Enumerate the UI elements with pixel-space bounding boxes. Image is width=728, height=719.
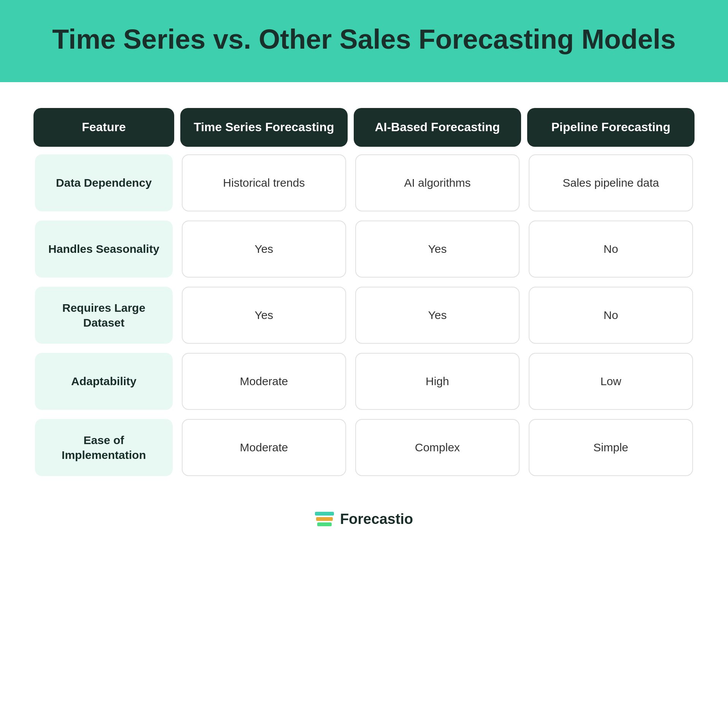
page-title: Time Series vs. Other Sales Forecasting … bbox=[30, 23, 698, 56]
data-cell-pipeline-1: No bbox=[529, 221, 693, 278]
logo-bar-mid bbox=[316, 517, 333, 521]
data-cell-timeseries-3: Moderate bbox=[182, 353, 346, 410]
data-cell-ai-1: Yes bbox=[355, 221, 520, 278]
feature-cell-2: Requires Large Dataset bbox=[35, 287, 173, 344]
logo-icon bbox=[315, 512, 334, 526]
col-header-ai: AI-Based Forecasting bbox=[354, 108, 521, 147]
data-cell-pipeline-0: Sales pipeline data bbox=[529, 154, 693, 211]
table-row: AdaptabilityModerateHighLow bbox=[30, 348, 698, 414]
logo-bar-top bbox=[315, 512, 334, 516]
footer-section: Forecastio bbox=[0, 496, 728, 550]
logo-text: Forecastio bbox=[340, 511, 413, 527]
col-header-feature: Feature bbox=[33, 108, 174, 147]
data-cell-ai-2: Yes bbox=[355, 287, 520, 344]
col-header-timeseries: Time Series Forecasting bbox=[180, 108, 348, 147]
table-row: Requires Large DatasetYesYesNo bbox=[30, 282, 698, 348]
header-section: Time Series vs. Other Sales Forecasting … bbox=[0, 0, 728, 82]
data-cell-pipeline-3: Low bbox=[529, 353, 693, 410]
data-cell-timeseries-4: Moderate bbox=[182, 419, 346, 476]
logo-bar-bot bbox=[317, 522, 332, 526]
feature-cell-1: Handles Seasonality bbox=[35, 221, 173, 278]
feature-cell-0: Data Dependency bbox=[35, 154, 173, 211]
table-row: Ease of ImplementationModerateComplexSim… bbox=[30, 414, 698, 481]
data-cell-pipeline-2: No bbox=[529, 287, 693, 344]
data-cell-ai-4: Complex bbox=[355, 419, 520, 476]
data-cell-timeseries-1: Yes bbox=[182, 221, 346, 278]
table-section: Feature Time Series Forecasting AI-Based… bbox=[0, 82, 728, 496]
header-row: Feature Time Series Forecasting AI-Based… bbox=[30, 105, 698, 150]
feature-cell-3: Adaptability bbox=[35, 353, 173, 410]
data-cell-ai-0: AI algorithms bbox=[355, 154, 520, 211]
col-header-pipeline: Pipeline Forecasting bbox=[527, 108, 695, 147]
table-row: Data DependencyHistorical trendsAI algor… bbox=[30, 150, 698, 216]
feature-cell-4: Ease of Implementation bbox=[35, 419, 173, 476]
data-cell-pipeline-4: Simple bbox=[529, 419, 693, 476]
data-cell-ai-3: High bbox=[355, 353, 520, 410]
comparison-table: Feature Time Series Forecasting AI-Based… bbox=[30, 105, 698, 481]
table-row: Handles SeasonalityYesYesNo bbox=[30, 216, 698, 282]
data-cell-timeseries-0: Historical trends bbox=[182, 154, 346, 211]
data-cell-timeseries-2: Yes bbox=[182, 287, 346, 344]
